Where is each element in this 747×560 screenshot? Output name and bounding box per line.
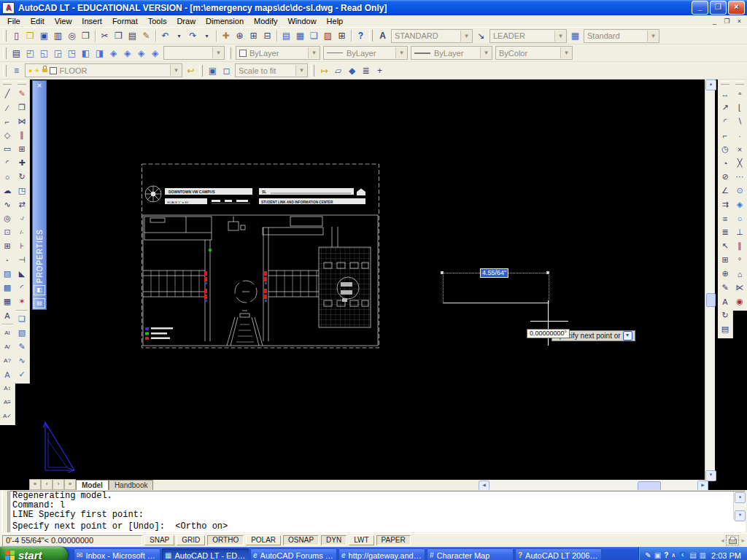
horizontal-scroll-thumb[interactable] — [638, 481, 661, 490]
draworder-icon[interactable]: ❏ — [15, 312, 29, 326]
dropdown-arrow-icon[interactable]: ▾ — [395, 47, 407, 58]
edit-text-icon[interactable]: A/ — [0, 340, 15, 354]
viewports-dialog-icon[interactable]: ▣ — [206, 63, 220, 77]
plot-tray-icon[interactable] — [726, 535, 739, 545]
scroll-right-button[interactable]: ▶ — [697, 481, 708, 490]
revision-cloud-icon[interactable]: ☁ — [0, 184, 15, 198]
rectangle-icon[interactable]: ▭ — [0, 142, 15, 156]
scroll-down-button[interactable]: ▼ — [735, 510, 746, 521]
tab-next-button[interactable]: › — [53, 479, 64, 490]
toggle-dyn[interactable]: DYN — [321, 535, 347, 545]
plot-style-control-select[interactable]: ByColor ▾ — [495, 46, 573, 60]
snap-to-center-icon[interactable]: ⊙ — [732, 184, 747, 198]
language-bar-icon[interactable]: ‹ — [678, 551, 686, 559]
ellipse-icon[interactable]: ◎ — [0, 211, 15, 225]
hatch-icon[interactable]: ▨ — [0, 267, 15, 281]
command-scrollbar[interactable]: ▲ ▼ — [733, 491, 745, 520]
dimension-style-icon[interactable]: ▤ — [718, 322, 732, 336]
right-view-icon[interactable]: ◳ — [65, 46, 79, 60]
horizontal-scrollbar[interactable]: ◀ ▶ — [479, 481, 707, 490]
task-ie-forums[interactable]: e AutoCAD Forums - Po... — [250, 548, 337, 560]
menu-item[interactable]: Help — [322, 16, 349, 27]
menu-item[interactable]: Modify — [249, 16, 282, 27]
point-icon[interactable]: · — [0, 253, 15, 267]
zoom-previous-icon[interactable]: ⊟ — [260, 29, 274, 43]
menu-item[interactable]: Format — [107, 16, 143, 27]
toggle-osnap[interactable]: OSNAP — [283, 535, 319, 545]
close-button[interactable]: × — [728, 1, 745, 15]
dropdown-arrow-icon[interactable]: ▾ — [554, 31, 566, 42]
arc-icon[interactable]: ◜ — [0, 156, 15, 170]
quick-leader-icon[interactable]: ↖ — [718, 239, 732, 253]
line-icon[interactable]: ╱ — [0, 87, 15, 101]
snap-to-intersection-icon[interactable]: × — [732, 142, 747, 156]
snap-to-extension-icon[interactable]: ⋯ — [732, 170, 747, 184]
toggle-ortho[interactable]: ORTHO — [207, 535, 244, 545]
toolbar-grip[interactable] — [721, 81, 729, 85]
dimension-edit-icon[interactable]: ✎ — [718, 281, 732, 295]
copy-object-icon[interactable]: ❐ — [15, 101, 29, 114]
properties-close-button[interactable]: × — [33, 81, 46, 91]
scale-text-icon[interactable]: A↕ — [0, 381, 15, 395]
single-line-text-icon[interactable]: AI — [0, 326, 15, 340]
viewport-scale-select[interactable]: Scale to fit ▾ — [235, 63, 308, 77]
justify-text-icon[interactable]: A≡ — [0, 395, 15, 409]
multiline-text-icon[interactable]: A — [0, 308, 15, 322]
cut-icon[interactable]: ✂ — [98, 29, 112, 43]
osnap-settings-icon[interactable]: ◉ — [732, 295, 747, 308]
tab-prev-button[interactable]: ‹ — [41, 479, 53, 490]
new-icon[interactable]: ▯ — [9, 29, 23, 43]
save-icon[interactable]: ▣ — [37, 29, 51, 43]
angular-dimension-icon[interactable]: ∠ — [718, 184, 732, 198]
volume-icon[interactable]: ▤ — [689, 551, 696, 560]
doc-minimize-button[interactable]: _ — [708, 17, 721, 26]
snap-to-tangent-icon[interactable]: ○ — [732, 211, 747, 225]
vertical-scrollbar[interactable]: ▲ ▼ — [705, 79, 715, 480]
rotate-icon[interactable]: ↻ — [15, 170, 29, 184]
edit-hatch-icon[interactable]: ▧ — [15, 326, 29, 340]
explode-icon[interactable]: ✶ — [15, 295, 29, 308]
task-autocad[interactable]: ▦ AutoCAD LT - EDUCA... — [162, 548, 249, 560]
construction-line-icon[interactable]: ∕ — [0, 101, 15, 114]
coordinate-readout[interactable]: 0'-4 55/64"< 0.00000000 — [2, 535, 142, 546]
scroll-up-button[interactable]: ▲ — [705, 79, 716, 90]
menu-item[interactable]: Dimension — [201, 16, 249, 27]
text-style-select[interactable]: STANDARD ▾ — [391, 29, 473, 43]
tab-handbook[interactable]: Handbook — [109, 480, 154, 490]
toggle-paper[interactable]: PAPER — [376, 535, 411, 545]
snap-to-parallel-icon[interactable]: ∥ — [732, 239, 747, 253]
top-view-icon[interactable]: ◰ — [23, 46, 37, 60]
tray-right-chevron-icon[interactable]: ▸ — [741, 537, 745, 544]
gradient-icon[interactable]: ▩ — [0, 281, 15, 295]
sw-isometric-icon[interactable]: ◈ — [107, 46, 120, 60]
spline-icon[interactable]: ∿ — [0, 198, 15, 211]
pan-icon[interactable]: ✚ — [219, 29, 233, 43]
continue-dimension-icon[interactable]: ≣ — [718, 225, 732, 239]
dim-style-icon[interactable]: ↘ — [474, 29, 488, 43]
dyn-input-angle-field[interactable]: 0.00000000° — [527, 329, 570, 338]
edit-attribute-icon[interactable]: ✓ — [15, 368, 29, 381]
tab-last-button[interactable]: » — [64, 479, 76, 490]
dropdown-arrow-icon[interactable]: ▾ — [560, 47, 572, 58]
menu-item[interactable]: Window — [282, 16, 321, 27]
auto-hide-button[interactable]: ◧ — [34, 285, 45, 295]
toggle-grid[interactable]: GRID — [177, 535, 205, 545]
color-control-select[interactable]: ByLayer ▾ — [236, 46, 320, 60]
toolbar-grip[interactable] — [735, 81, 744, 85]
snap-to-nearest-icon[interactable]: ⋉ — [732, 281, 747, 295]
zoom-window-icon[interactable]: ⊞ — [247, 29, 260, 43]
layer-previous-icon[interactable]: ↩ — [184, 63, 198, 77]
snap-to-quadrant-icon[interactable]: ◈ — [732, 198, 747, 211]
copy-icon[interactable]: ❐ — [112, 29, 125, 43]
tablet-pen-icon[interactable]: ✎ — [645, 551, 651, 560]
list-icon[interactable]: ≣ — [359, 63, 373, 77]
layer-bulb-icon[interactable]: ● — [28, 67, 32, 74]
distance-icon[interactable]: ↦ — [317, 63, 331, 77]
menu-item[interactable]: Draw — [171, 16, 201, 27]
layer-manager-icon[interactable]: ≡ — [9, 63, 23, 77]
array-icon[interactable]: ⊞ — [15, 142, 29, 156]
menu-item[interactable]: View — [50, 16, 77, 27]
toggle-snap[interactable]: SNAP — [144, 535, 174, 545]
toolbar-grip[interactable] — [18, 81, 26, 85]
insert-block-icon[interactable]: ⊡ — [0, 225, 15, 239]
